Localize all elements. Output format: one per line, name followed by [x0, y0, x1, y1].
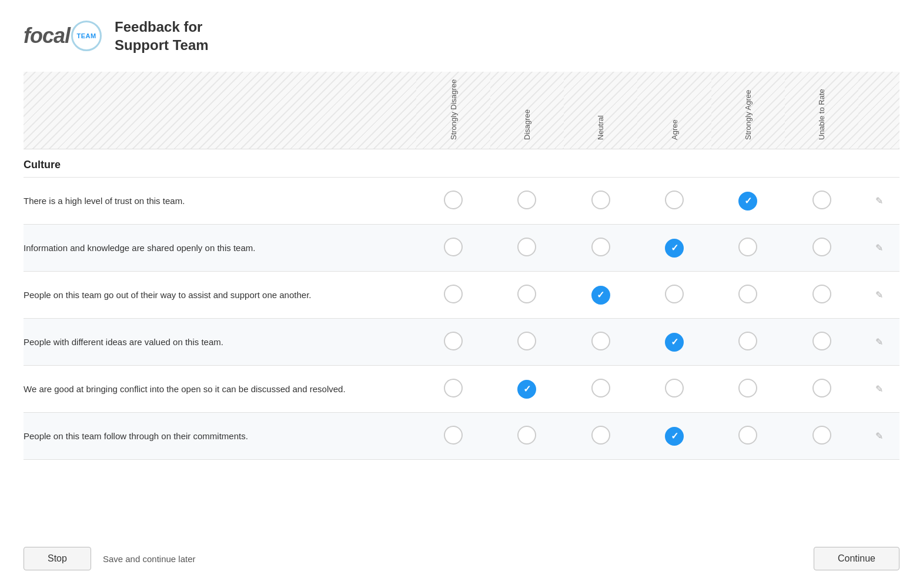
radio-btn-q5-agree[interactable]: [665, 379, 684, 397]
save-later-text: Save and continue later: [103, 554, 196, 564]
radio-cell-q6-strongly_agree[interactable]: [711, 413, 785, 460]
radio-btn-q4-unable_to_rate[interactable]: [812, 332, 831, 350]
radio-cell-q6-disagree[interactable]: [490, 413, 564, 460]
col-header-unable-to-rate: Unable to Rate: [785, 72, 858, 149]
edit-cell-q1[interactable]: ✎: [858, 178, 899, 225]
table-row: There is a high level of trust on this t…: [24, 178, 899, 225]
question-text-q4: People with different ideas are valued o…: [24, 319, 416, 366]
radio-cell-q3-strongly_agree[interactable]: [711, 272, 785, 319]
radio-btn-q2-unable_to_rate[interactable]: [812, 238, 831, 256]
radio-btn-q5-unable_to_rate[interactable]: [812, 379, 831, 397]
radio-btn-q2-neutral[interactable]: [591, 238, 610, 256]
radio-cell-q5-strongly_disagree[interactable]: [416, 366, 490, 413]
radio-btn-q6-strongly_agree[interactable]: [738, 426, 757, 445]
radio-btn-q2-strongly_disagree[interactable]: [444, 238, 463, 256]
radio-btn-q2-strongly_agree[interactable]: [738, 238, 757, 256]
radio-btn-q1-disagree[interactable]: [517, 191, 536, 209]
radio-btn-q6-unable_to_rate[interactable]: [812, 426, 831, 445]
radio-btn-q6-strongly_disagree[interactable]: [444, 426, 463, 445]
radio-cell-q3-unable_to_rate[interactable]: [785, 272, 858, 319]
radio-cell-q4-agree[interactable]: [637, 319, 711, 366]
radio-cell-q4-unable_to_rate[interactable]: [785, 319, 858, 366]
radio-btn-q1-strongly_disagree[interactable]: [444, 191, 463, 209]
survey-table: Strongly Disagree Disagree Neutral Agree…: [24, 72, 899, 460]
radio-cell-q1-strongly_disagree[interactable]: [416, 178, 490, 225]
radio-btn-q3-agree[interactable]: [665, 285, 684, 303]
radio-cell-q2-strongly_disagree[interactable]: [416, 225, 490, 272]
radio-cell-q2-strongly_agree[interactable]: [711, 225, 785, 272]
radio-btn-q3-strongly_disagree[interactable]: [444, 285, 463, 303]
radio-btn-q3-unable_to_rate[interactable]: [812, 285, 831, 303]
col-header-agree: Agree: [637, 72, 711, 149]
radio-btn-q4-strongly_disagree[interactable]: [444, 332, 463, 350]
edit-icon[interactable]: ✎: [871, 429, 888, 443]
logo-badge: TEAM: [71, 21, 102, 51]
radio-btn-q4-disagree[interactable]: [517, 332, 536, 350]
radio-btn-q4-agree[interactable]: [665, 333, 684, 352]
edit-cell-q2[interactable]: ✎: [858, 225, 899, 272]
radio-cell-q1-agree[interactable]: [637, 178, 711, 225]
radio-btn-q1-agree[interactable]: [665, 191, 684, 209]
radio-btn-q3-disagree[interactable]: [517, 285, 536, 303]
radio-cell-q1-unable_to_rate[interactable]: [785, 178, 858, 225]
radio-btn-q1-strongly_agree[interactable]: [738, 192, 757, 211]
radio-btn-q4-strongly_agree[interactable]: [738, 332, 757, 350]
radio-btn-q5-strongly_disagree[interactable]: [444, 379, 463, 397]
main-content: Strongly Disagree Disagree Neutral Agree…: [24, 72, 899, 517]
footer: Stop Save and continue later Continue: [24, 535, 899, 570]
logo: focal TEAM: [24, 21, 103, 51]
radio-cell-q5-disagree[interactable]: [490, 366, 564, 413]
edit-cell-q3[interactable]: ✎: [858, 272, 899, 319]
radio-cell-q4-disagree[interactable]: [490, 319, 564, 366]
edit-icon[interactable]: ✎: [871, 240, 888, 255]
edit-cell-q4[interactable]: ✎: [858, 319, 899, 366]
radio-btn-q6-agree[interactable]: [665, 427, 684, 446]
radio-cell-q5-agree[interactable]: [637, 366, 711, 413]
continue-button[interactable]: Continue: [814, 547, 899, 570]
radio-cell-q5-strongly_agree[interactable]: [711, 366, 785, 413]
radio-cell-q1-strongly_agree[interactable]: [711, 178, 785, 225]
radio-cell-q2-unable_to_rate[interactable]: [785, 225, 858, 272]
radio-btn-q2-disagree[interactable]: [517, 238, 536, 256]
radio-cell-q1-neutral[interactable]: [564, 178, 637, 225]
radio-cell-q1-disagree[interactable]: [490, 178, 564, 225]
radio-cell-q2-neutral[interactable]: [564, 225, 637, 272]
radio-cell-q2-disagree[interactable]: [490, 225, 564, 272]
radio-btn-q6-neutral[interactable]: [591, 426, 610, 445]
radio-cell-q6-neutral[interactable]: [564, 413, 637, 460]
radio-cell-q4-strongly_disagree[interactable]: [416, 319, 490, 366]
edit-icon[interactable]: ✎: [871, 335, 888, 349]
radio-cell-q6-unable_to_rate[interactable]: [785, 413, 858, 460]
radio-cell-q3-disagree[interactable]: [490, 272, 564, 319]
radio-btn-q4-neutral[interactable]: [591, 332, 610, 350]
radio-btn-q6-disagree[interactable]: [517, 426, 536, 445]
radio-btn-q1-neutral[interactable]: [591, 191, 610, 209]
radio-btn-q1-unable_to_rate[interactable]: [812, 191, 831, 209]
logo-text: focal: [24, 24, 70, 48]
radio-cell-q5-neutral[interactable]: [564, 366, 637, 413]
radio-cell-q5-unable_to_rate[interactable]: [785, 366, 858, 413]
footer-left: Stop Save and continue later: [24, 547, 196, 570]
radio-cell-q3-agree[interactable]: [637, 272, 711, 319]
edit-cell-q6[interactable]: ✎: [858, 413, 899, 460]
radio-btn-q5-strongly_agree[interactable]: [738, 379, 757, 397]
radio-btn-q5-neutral[interactable]: [591, 379, 610, 397]
radio-cell-q3-strongly_disagree[interactable]: [416, 272, 490, 319]
radio-cell-q6-strongly_disagree[interactable]: [416, 413, 490, 460]
question-text-q1: There is a high level of trust on this t…: [24, 178, 416, 225]
radio-btn-q2-agree[interactable]: [665, 239, 684, 258]
radio-btn-q5-disagree[interactable]: [517, 380, 536, 399]
edit-icon[interactable]: ✎: [871, 193, 888, 208]
stop-button[interactable]: Stop: [24, 547, 91, 570]
radio-cell-q6-agree[interactable]: [637, 413, 711, 460]
radio-cell-q4-strongly_agree[interactable]: [711, 319, 785, 366]
edit-cell-q5[interactable]: ✎: [858, 366, 899, 413]
radio-btn-q3-neutral[interactable]: [591, 286, 610, 305]
radio-cell-q3-neutral[interactable]: [564, 272, 637, 319]
table-row: People on this team go out of their way …: [24, 272, 899, 319]
edit-icon[interactable]: ✎: [871, 382, 888, 396]
radio-btn-q3-strongly_agree[interactable]: [738, 285, 757, 303]
radio-cell-q4-neutral[interactable]: [564, 319, 637, 366]
edit-icon[interactable]: ✎: [871, 288, 888, 302]
radio-cell-q2-agree[interactable]: [637, 225, 711, 272]
